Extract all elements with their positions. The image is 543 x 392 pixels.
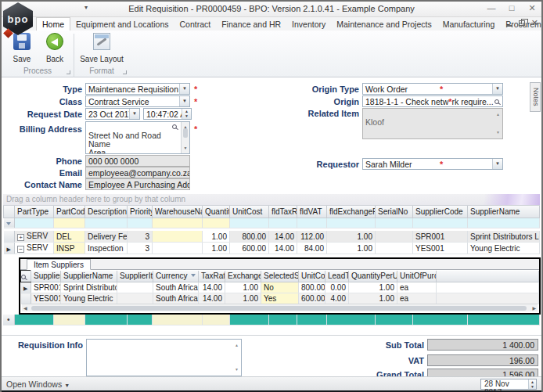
- new-cell-parttype[interactable]: [14, 315, 53, 325]
- cell-warehousename[interactable]: [153, 243, 203, 254]
- chevron-down-icon[interactable]: ▼: [129, 109, 139, 119]
- status-date-spinner[interactable]: 28 Nov 2017 ▲▼: [480, 379, 537, 390]
- cell-unitcost[interactable]: 600.00: [230, 243, 269, 254]
- cell-description[interactable]: Inspection: [85, 243, 128, 254]
- col-serialno[interactable]: SerialNo: [376, 206, 413, 218]
- cell-description[interactable]: Delivery Fee: [85, 231, 128, 243]
- col-currency[interactable]: Currency: [153, 271, 199, 282]
- billing-address-scrollbar[interactable]: ▲▼: [181, 122, 189, 153]
- save-layout-button[interactable]: Save Layout: [78, 33, 125, 67]
- col-parttype[interactable]: PartType: [15, 206, 54, 218]
- cell-unitofpurchase[interactable]: ea: [397, 282, 437, 293]
- new-cell-suppliername[interactable]: [467, 315, 540, 325]
- col-quantityperuop[interactable]: QuantityPerUOP: [349, 271, 397, 282]
- close-button[interactable]: ✕: [526, 3, 538, 13]
- scroll-down-icon[interactable]: ▼: [496, 128, 500, 137]
- scroll-up-icon[interactable]: ▲: [235, 341, 239, 350]
- grid-new-row[interactable]: •: [3, 315, 540, 325]
- magnifier-icon[interactable]: [494, 99, 499, 104]
- requestor-dropdown[interactable]: Sarah Milder * ▼: [362, 158, 503, 170]
- cell-fldvat[interactable]: 112.00: [297, 231, 327, 243]
- minus-box-icon[interactable]: −: [17, 246, 24, 253]
- tab-contract[interactable]: Contract: [174, 18, 217, 31]
- scroll-right-icon[interactable]: ▶: [532, 305, 536, 311]
- tab-equipment-and-locations[interactable]: Equipment and Locations: [70, 18, 174, 31]
- minimize-button[interactable]: —: [485, 3, 498, 13]
- billing-address-memo[interactable]: Street No and Road Name Area City ▲▼: [85, 121, 190, 154]
- chevron-down-icon[interactable]: ▼: [492, 84, 502, 94]
- request-date-picker[interactable]: 23 Oct 2017 ▼: [85, 108, 140, 120]
- up-down-spinner-icon[interactable]: ▲▼: [528, 379, 536, 389]
- mdi-restore-icon[interactable]: [519, 20, 525, 26]
- open-windows-dropdown[interactable]: Open Windows ▼: [6, 379, 70, 389]
- col-taxrate[interactable]: TaxRate: [199, 271, 225, 282]
- cell-serialno[interactable]: [376, 231, 413, 243]
- cell-unitofpurchase[interactable]: ea: [397, 293, 437, 304]
- suppliers-horizontal-scrollbar[interactable]: ◀ ▶: [22, 304, 538, 311]
- col-description[interactable]: Description: [85, 206, 128, 218]
- new-cell-fldexchangerate[interactable]: [326, 315, 375, 325]
- cell-fldtaxrate[interactable]: 14.00: [269, 231, 297, 243]
- origin-field[interactable]: 1818-1-1 - Check netw*rk require...: [362, 95, 503, 107]
- new-cell-quantity[interactable]: [202, 315, 229, 325]
- cell-unitcost[interactable]: 600.00: [299, 293, 325, 304]
- cell-warehousename[interactable]: [153, 231, 203, 243]
- cell-quantity[interactable]: 1.00: [203, 243, 230, 254]
- col-leadtime[interactable]: LeadTime: [325, 271, 349, 282]
- cell-suppliername[interactable]: Sprint Distributors Local: [61, 282, 117, 293]
- cell-currency[interactable]: South African Rand: [153, 282, 199, 293]
- cell-fldvat[interactable]: 84.00: [297, 243, 327, 254]
- cell-suppliercode[interactable]: YES001: [31, 293, 61, 304]
- col-exchangerate[interactable]: ExchangeRate: [225, 271, 261, 282]
- back-button[interactable]: Back: [38, 33, 72, 67]
- cell-serialno[interactable]: [376, 243, 413, 254]
- cell-supplieritemcode[interactable]: [117, 282, 153, 293]
- col-unitcost[interactable]: UnitCost: [299, 271, 325, 282]
- col-priority[interactable]: Priority: [128, 206, 153, 218]
- cell-suppliercode[interactable]: SPR001: [413, 231, 468, 243]
- new-cell-description[interactable]: [85, 315, 127, 325]
- origin-type-dropdown[interactable]: Work Order * ▼: [362, 83, 503, 95]
- filter-cell[interactable]: [230, 218, 269, 228]
- dialog-launcher-icon[interactable]: [123, 70, 127, 74]
- new-cell-serialno[interactable]: [375, 315, 412, 325]
- tab-item-suppliers[interactable]: Item Suppliers: [27, 259, 91, 270]
- request-time-spinner[interactable]: 10:47:02 AM ▲▼: [143, 108, 192, 120]
- save-button[interactable]: Save: [5, 33, 39, 67]
- plus-box-icon[interactable]: +: [17, 234, 24, 241]
- cell-unitcost[interactable]: 800.00: [230, 231, 269, 243]
- cell-priority[interactable]: 3: [128, 243, 153, 254]
- cell-taxrate[interactable]: 14.00: [199, 293, 225, 304]
- cell-partcode[interactable]: INSP: [54, 243, 85, 254]
- col-suppliercode[interactable]: SupplierCode: [31, 271, 61, 282]
- cell-unitcost[interactable]: 800.00: [299, 282, 325, 293]
- col-suppliercode[interactable]: SupplierCode: [413, 206, 468, 218]
- filter-cell[interactable]: [376, 218, 413, 228]
- filter-cell[interactable]: [153, 218, 203, 228]
- cell-leadtime[interactable]: 4.00: [325, 293, 349, 304]
- cell-partcode[interactable]: DEL: [54, 231, 85, 243]
- table-row[interactable]: ▶ −SERV INSP Inspection 3 1.00 600.00 14…: [4, 243, 540, 254]
- cell-suppliername[interactable]: Young Electric: [61, 293, 117, 304]
- filter-cell[interactable]: [327, 218, 376, 228]
- col-fldvat[interactable]: fldVAT: [297, 206, 327, 218]
- col-fldtaxrate[interactable]: fldTaxRate: [269, 206, 297, 218]
- chevron-down-icon[interactable]: ▼: [492, 159, 502, 169]
- cell-fldtaxrate[interactable]: 14.00: [269, 243, 297, 254]
- filter-cell[interactable]: [54, 218, 85, 228]
- filter-cell[interactable]: [269, 218, 297, 228]
- class-dropdown[interactable]: Contract Service ▼: [85, 95, 190, 107]
- cell-selectedsupplier[interactable]: Yes: [261, 293, 299, 304]
- cell-quantityperuop[interactable]: 1.00: [349, 293, 397, 304]
- cell-exchangerate[interactable]: 1.00: [225, 293, 261, 304]
- cell-quantityperuop[interactable]: 1.00: [349, 282, 397, 293]
- tab-finance-and-hr[interactable]: Finance and HR: [216, 18, 286, 31]
- maximize-button[interactable]: □: [505, 3, 518, 13]
- tab-manufacturing[interactable]: Manufacturing: [437, 18, 501, 31]
- new-cell-partcode[interactable]: [53, 315, 85, 325]
- new-cell-fldtaxrate[interactable]: [268, 315, 297, 325]
- filter-cell[interactable]: [203, 218, 230, 228]
- table-row[interactable]: +SERV DEL Delivery Fee 3 1.00 800.00 14.…: [4, 231, 540, 243]
- table-row[interactable]: ▶ SPR001 Sprint Distributors Local South…: [21, 282, 539, 293]
- up-down-spinner-icon[interactable]: ▲▼: [182, 109, 191, 119]
